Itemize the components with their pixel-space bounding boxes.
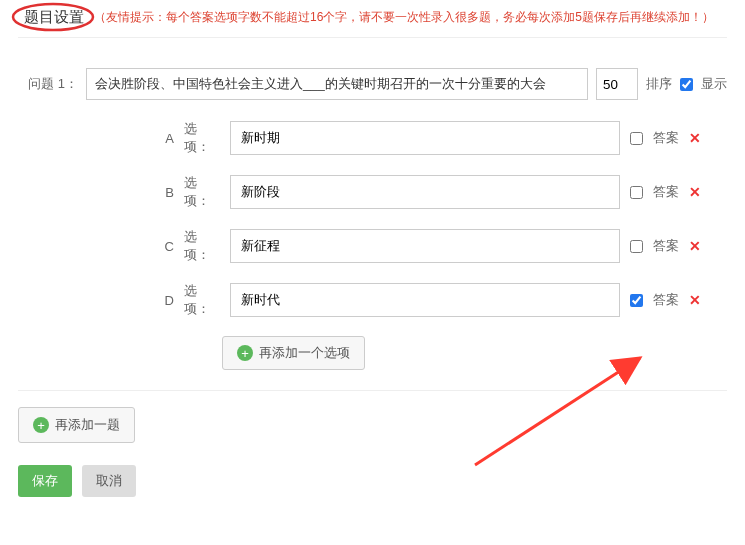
option-letter: A	[158, 131, 174, 146]
add-question-label: 再添加一题	[55, 416, 120, 434]
header: 题目设置 （友情提示：每个答案选项字数不能超过16个字，请不要一次性录入很多题，…	[18, 8, 727, 38]
question-label: 问题 1：	[18, 75, 78, 93]
answer-label: 答案	[653, 129, 679, 147]
add-question-button[interactable]: + 再添加一题	[18, 407, 135, 443]
show-label: 显示	[701, 75, 727, 93]
options-block: A选项：答案✕B选项：答案✕C选项：答案✕D选项：答案✕	[158, 120, 727, 318]
option-input[interactable]	[230, 229, 620, 263]
question-row: 问题 1： 排序 显示	[18, 68, 727, 100]
plus-icon: +	[237, 345, 253, 361]
option-letter: B	[158, 185, 174, 200]
footer: + 再添加一题 保存 取消	[18, 390, 727, 497]
question-input[interactable]	[86, 68, 588, 100]
sort-input[interactable]	[596, 68, 638, 100]
option-letter: C	[158, 239, 174, 254]
add-option-button[interactable]: + 再添加一个选项	[222, 336, 365, 370]
show-checkbox[interactable]	[680, 78, 693, 91]
tip-text: （友情提示：每个答案选项字数不能超过16个字，请不要一次性录入很多题，务必每次添…	[94, 9, 714, 26]
option-row: B选项：答案✕	[158, 174, 727, 210]
option-label: 选项：	[184, 228, 220, 264]
sort-label: 排序	[646, 75, 672, 93]
cancel-button[interactable]: 取消	[82, 465, 136, 497]
answer-checkbox[interactable]	[630, 294, 643, 307]
add-option-row: + 再添加一个选项	[158, 336, 727, 370]
answer-label: 答案	[653, 183, 679, 201]
option-letter: D	[158, 293, 174, 308]
answer-label: 答案	[653, 291, 679, 309]
option-row: A选项：答案✕	[158, 120, 727, 156]
option-label: 选项：	[184, 282, 220, 318]
delete-option-icon[interactable]: ✕	[689, 184, 701, 200]
option-input[interactable]	[230, 283, 620, 317]
option-input[interactable]	[230, 175, 620, 209]
add-option-label: 再添加一个选项	[259, 344, 350, 362]
answer-checkbox[interactable]	[630, 186, 643, 199]
answer-label: 答案	[653, 237, 679, 255]
save-button[interactable]: 保存	[18, 465, 72, 497]
option-row: C选项：答案✕	[158, 228, 727, 264]
option-label: 选项：	[184, 174, 220, 210]
option-label: 选项：	[184, 120, 220, 156]
delete-option-icon[interactable]: ✕	[689, 238, 701, 254]
answer-checkbox[interactable]	[630, 132, 643, 145]
delete-option-icon[interactable]: ✕	[689, 130, 701, 146]
option-input[interactable]	[230, 121, 620, 155]
page-title: 题目设置	[18, 6, 90, 27]
title-circle-annotation: 题目设置	[18, 8, 90, 27]
plus-icon: +	[33, 417, 49, 433]
answer-checkbox[interactable]	[630, 240, 643, 253]
action-row: 保存 取消	[18, 465, 727, 497]
option-row: D选项：答案✕	[158, 282, 727, 318]
delete-option-icon[interactable]: ✕	[689, 292, 701, 308]
